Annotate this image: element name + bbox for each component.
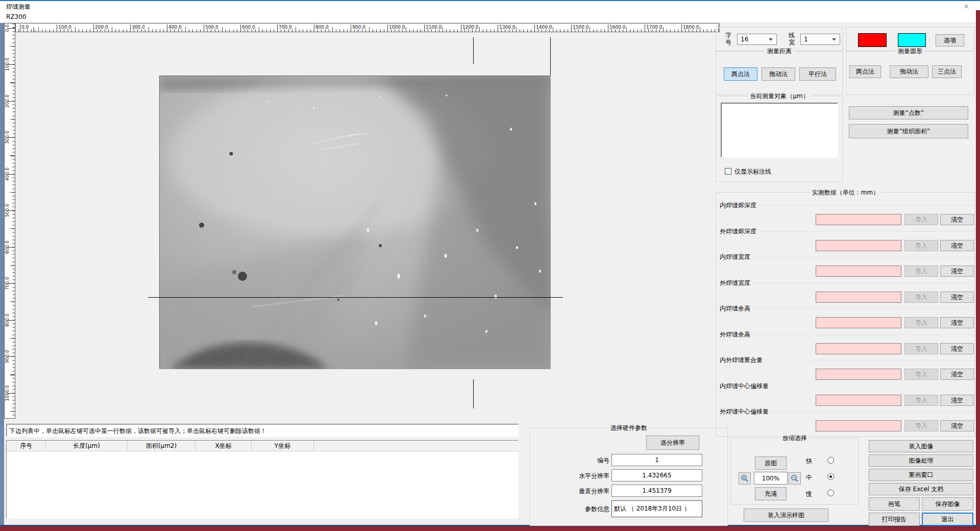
circle-method-drag[interactable]: 拖动法 <box>890 65 928 78</box>
measure-marker-horizontal <box>148 297 563 298</box>
clear-button[interactable]: 清空 <box>940 266 974 277</box>
h-ruler-label: 1700.0 <box>646 25 663 30</box>
results-table-body[interactable] <box>7 451 518 519</box>
clear-button[interactable]: 清空 <box>940 317 974 328</box>
load-demo-button[interactable]: 装入演示样图 <box>744 509 828 522</box>
menu-item-rz300[interactable]: RZ300 <box>6 13 26 20</box>
clear-button[interactable]: 清空 <box>940 214 974 225</box>
measure-circle-group: 测量圆形 两点法 拖动法 三点法 <box>846 51 974 95</box>
col-header-length: 长度(μm) <box>46 441 128 451</box>
import-button[interactable]: 导入 <box>904 343 938 354</box>
v-ruler-label: 800.0 <box>5 309 11 331</box>
h-ruler-label: 800.0 <box>315 25 329 30</box>
import-button[interactable]: 导入 <box>904 240 938 251</box>
speed-radio-fast[interactable] <box>827 457 834 464</box>
hw-field-vres[interactable]: 1.451379 <box>611 485 702 497</box>
hw-field-number[interactable]: 1 <box>611 454 702 466</box>
chevron-down-icon <box>769 38 773 41</box>
save-excel-button[interactable]: 保存 Excel 文档 <box>869 483 973 495</box>
import-button[interactable]: 导入 <box>904 266 938 277</box>
show-annotation-only-checkbox[interactable] <box>725 168 731 175</box>
measured-value-field[interactable] <box>816 343 901 354</box>
hw-field-hres[interactable]: 1.432665 <box>611 469 702 481</box>
v-ruler-label: 200.0 <box>5 90 11 112</box>
measured-value-field[interactable] <box>816 292 901 303</box>
exit-button[interactable]: 退出 <box>922 513 973 526</box>
h-ruler-major-tick <box>645 25 645 32</box>
h-ruler-major-tick <box>314 25 314 32</box>
zoom-select-group: 放缩选择 原图 100% 充满 快 中 慢 <box>731 438 859 504</box>
print-report-button[interactable]: 打印报告 <box>869 513 920 526</box>
v-ruler-label: 1100.0 <box>5 418 11 419</box>
window-title: 焊缝测量 <box>6 3 31 11</box>
clear-button[interactable]: 清空 <box>940 420 974 431</box>
clear-button[interactable]: 清空 <box>940 292 974 303</box>
h-ruler-major-tick <box>167 25 167 32</box>
import-button[interactable]: 导入 <box>904 292 938 303</box>
measured-row: 外焊缝中心偏移量 导入 清空 <box>717 412 974 438</box>
clear-button[interactable]: 清空 <box>940 343 974 354</box>
distance-method-drag[interactable]: 拖动法 <box>762 67 795 81</box>
h-ruler-label: 1200.0 <box>462 25 479 30</box>
v-ruler-label: 900.0 <box>5 345 11 368</box>
measured-value-field[interactable] <box>816 240 901 251</box>
distance-method-two-point[interactable]: 两点法 <box>724 67 757 81</box>
measured-value-field[interactable] <box>816 214 901 225</box>
measured-value-field[interactable] <box>816 420 901 431</box>
pen-button[interactable]: 画笔 <box>869 497 920 511</box>
v-ruler-label: 1000.0 <box>5 382 11 404</box>
select-resolution-button[interactable]: 选分辨率 <box>646 436 699 450</box>
current-object-listbox[interactable] <box>721 103 838 158</box>
v-ruler-label: 600.0 <box>5 236 11 258</box>
h-ruler-label: 0.0 <box>21 25 29 30</box>
original-size-button[interactable]: 原图 <box>755 456 787 470</box>
h-ruler-major-tick <box>240 25 241 32</box>
h-ruler-major-tick <box>681 25 682 32</box>
circle-method-three-point[interactable]: 三点法 <box>932 65 962 78</box>
speed-radio-medium[interactable] <box>827 473 834 480</box>
circle-method-two-point[interactable]: 两点法 <box>849 65 881 78</box>
measured-value-field[interactable] <box>816 317 901 328</box>
weld-image[interactable] <box>159 76 550 369</box>
load-image-button[interactable]: 装入图像 <box>869 440 973 452</box>
magnifier-minus-icon <box>791 474 799 482</box>
fill-button[interactable]: 充满 <box>755 487 787 500</box>
clear-button[interactable]: 清空 <box>940 395 974 406</box>
measure-points-button[interactable]: 测量“点数” <box>849 106 968 119</box>
zoom-percent-field[interactable]: 100% <box>754 472 788 485</box>
distance-method-parallel[interactable]: 平行法 <box>799 67 836 81</box>
zoom-in-button[interactable] <box>739 472 751 485</box>
import-button[interactable]: 导入 <box>904 369 938 380</box>
v-ruler-label: 0.0 <box>5 23 11 39</box>
measured-value-field[interactable] <box>816 266 901 277</box>
import-button[interactable]: 导入 <box>904 317 938 328</box>
options-button[interactable]: 选项 <box>936 34 964 46</box>
results-table[interactable]: 序号 长度(μm) 面积(μm2) X坐标 Y坐标 <box>6 440 519 519</box>
h-ruler-major-tick <box>57 25 57 32</box>
h-ruler-major-tick <box>461 25 461 32</box>
measured-value-field[interactable] <box>816 369 901 380</box>
zoom-out-button[interactable] <box>789 472 801 485</box>
font-size-select[interactable]: 16 <box>737 34 777 45</box>
speed-label-slow: 慢 <box>806 490 812 498</box>
measured-value-field[interactable] <box>816 395 901 406</box>
speed-radio-slow[interactable] <box>827 490 834 496</box>
import-button[interactable]: 导入 <box>904 395 938 406</box>
clear-button[interactable]: 清空 <box>940 369 974 380</box>
color-swatch-cyan[interactable] <box>898 33 926 47</box>
measured-row-label: 内焊缝中心偏移量 <box>718 382 771 391</box>
hw-field-info[interactable]: 默认 （ 2018年3月10日 ） <box>611 500 702 517</box>
clear-button[interactable]: 清空 <box>940 240 974 251</box>
image-processing-button[interactable]: 图像处理 <box>869 454 973 467</box>
save-image-button[interactable]: 保存图像 <box>922 497 973 511</box>
import-button[interactable]: 导入 <box>904 420 938 431</box>
v-ruler-label: 700.0 <box>5 272 11 295</box>
import-button[interactable]: 导入 <box>904 214 938 225</box>
color-swatch-red[interactable] <box>858 33 887 47</box>
line-width-select[interactable]: 1 <box>800 34 840 45</box>
measured-row-label: 内焊缝熔深度 <box>718 201 758 210</box>
close-icon[interactable]: × <box>961 2 972 11</box>
results-table-header: 序号 长度(μm) 面积(μm2) X坐标 Y坐标 <box>7 441 518 451</box>
redraw-window-button[interactable]: 重画窗口 <box>869 469 973 481</box>
measure-area-button[interactable]: 测量“组织面积” <box>849 124 968 138</box>
